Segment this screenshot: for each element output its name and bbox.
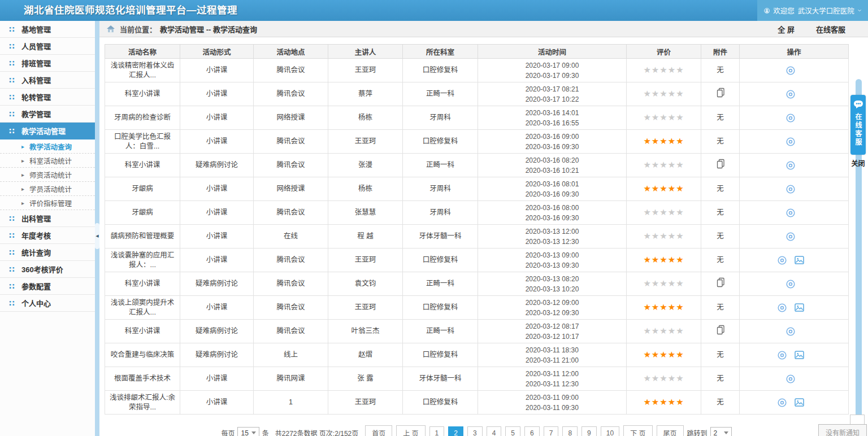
sidebar-item-statistics-query[interactable]: ∷统计查询	[0, 244, 95, 261]
speaker: 杨栋	[328, 177, 403, 201]
department: 牙体牙髓一科	[403, 367, 478, 391]
view-icon[interactable]	[785, 89, 796, 99]
view-icon[interactable]	[785, 184, 796, 194]
department: 正畸一科	[403, 272, 478, 296]
page-button-7[interactable]: 7	[544, 426, 559, 436]
next-page-button[interactable]: 下 页	[623, 425, 652, 436]
prev-page-button[interactable]: 上 页	[396, 425, 425, 436]
speaker: 蔡萍	[328, 82, 403, 106]
triangle-right-icon: ▸	[21, 143, 29, 150]
department: 牙周科	[403, 106, 478, 130]
col-operations: 操作	[740, 45, 849, 59]
image-icon[interactable]	[795, 351, 804, 359]
col-activity-time: 活动时间	[478, 45, 627, 59]
activity-time: 2020-03-16 08:002020-03-16 09:30	[478, 201, 627, 225]
rating-stars: ★★★★★	[643, 255, 684, 264]
image-icon[interactable]	[795, 256, 804, 264]
page-button-3[interactable]: 3	[467, 426, 483, 436]
speaker: 程 越	[328, 225, 403, 248]
sidebar-item-personnel-mgmt[interactable]: ∷人员管理	[0, 38, 95, 55]
rating-stars: ★★★★★	[643, 278, 684, 288]
col-activity-form: 活动形式	[180, 45, 254, 59]
page-button-10[interactable]: 10	[601, 426, 619, 436]
view-icon[interactable]	[777, 398, 787, 408]
submenu-item-activity-query[interactable]: ▸教学活动查询	[0, 139, 95, 154]
pagination-summary: 共2272条数据 页次:2/152页	[275, 428, 358, 436]
sidebar-item-personal-center[interactable]: ∷个人中心	[0, 295, 95, 312]
view-icon[interactable]	[785, 208, 796, 218]
online-service-tab[interactable]: 在线客服	[850, 95, 866, 155]
attachment-file-icon[interactable]	[716, 88, 725, 98]
submenu-item-dept-activity-stats[interactable]: ▸科室活动统计	[0, 154, 95, 168]
attachment-none-label: 无	[717, 66, 724, 74]
close-service-button[interactable]: 关闭	[850, 158, 866, 168]
table-row: 浅谈精密附着体义齿汇报人... 小讲课 腾讯会议 王亚珂 口腔修复科 2020-…	[105, 59, 849, 82]
department: 正畸一科	[403, 82, 478, 106]
attachment-file-icon[interactable]	[716, 159, 725, 169]
sidebar-item-360-assessment[interactable]: ∷360考核评价	[0, 261, 95, 278]
sidebar-item-teaching-activity-mgmt[interactable]: ∷教学活动管理	[0, 123, 95, 139]
page-button-8[interactable]: 8	[562, 426, 578, 436]
activity-name: 浅谈排龈术汇报人:余荣指导...	[105, 391, 180, 415]
first-page-button[interactable]: 首页	[365, 425, 392, 436]
table-row: 牙龈病 小讲课 腾讯会议 张慧慧 牙周科 2020-03-16 08:00202…	[105, 201, 849, 225]
online-service-link[interactable]: 在线客服	[816, 24, 845, 34]
rating-stars: ★★★★★	[643, 112, 684, 122]
sidebar-item-rotation-mgmt[interactable]: ∷轮转管理	[0, 89, 95, 106]
activity-place: 在线	[254, 225, 328, 248]
page-button-9[interactable]: 9	[581, 426, 597, 436]
attachment-file-icon[interactable]	[716, 325, 725, 335]
menu-dots-icon: ∷	[9, 265, 21, 274]
rating-stars: ★★★★★	[643, 184, 684, 193]
table-row: 浅谈排龈术汇报人:余荣指导... 小讲课 1 王亚珂 口腔修复科 2020-03…	[105, 391, 849, 415]
page-button-6[interactable]: 6	[524, 426, 540, 436]
submenu-item-evaluation-index-mgmt[interactable]: ▸评价指标管理	[0, 196, 95, 210]
fullscreen-button[interactable]: 全 屏	[778, 24, 795, 34]
view-icon[interactable]	[785, 160, 796, 171]
page-button-5[interactable]: 5	[505, 426, 520, 436]
sidebar-collapse-handle[interactable]: ◀	[95, 223, 99, 249]
last-page-button[interactable]: 尾页	[657, 425, 684, 436]
rating-stars: ★★★★★	[643, 160, 684, 169]
view-icon[interactable]	[777, 350, 787, 360]
submenu-item-faculty-activity-stats[interactable]: ▸师资活动统计	[0, 168, 95, 182]
sidebar-item-scheduling-mgmt[interactable]: ∷排班管理	[0, 55, 95, 72]
sidebar-item-parameter-config[interactable]: ∷参数配置	[0, 278, 95, 295]
view-icon[interactable]	[785, 374, 796, 384]
view-icon[interactable]	[785, 66, 796, 76]
view-icon[interactable]	[785, 326, 796, 337]
triangle-right-icon: ▸	[21, 172, 29, 178]
view-icon[interactable]	[785, 137, 796, 147]
page-button-4[interactable]: 4	[487, 426, 502, 436]
sidebar-item-teaching-mgmt[interactable]: ∷教学管理	[0, 106, 95, 123]
sidebar-item-graduation-mgmt[interactable]: ∷出科管理	[0, 210, 95, 227]
page-button-1[interactable]: 1	[429, 426, 445, 436]
activity-form: 小讲课	[180, 59, 254, 82]
breadcrumb: 教学活动管理 -- 教学活动查询	[160, 24, 257, 34]
view-icon[interactable]	[785, 113, 796, 123]
sidebar-item-enrollment-mgmt[interactable]: ∷入科管理	[0, 72, 95, 89]
jump-page-select[interactable]: 2	[710, 427, 732, 436]
attachment-file-icon[interactable]	[716, 277, 725, 287]
view-icon[interactable]	[785, 279, 796, 289]
col-department: 所在科室	[403, 45, 478, 59]
view-icon[interactable]	[777, 303, 787, 313]
page-size-select[interactable]: 15	[237, 427, 259, 436]
user-menu[interactable]: 欢迎您 武汉大学口腔医院	[757, 0, 868, 21]
activity-name: 科室小讲课	[105, 272, 180, 296]
activity-form: 小讲课	[180, 391, 254, 415]
image-icon[interactable]	[795, 303, 804, 312]
page-button-2-current[interactable]: 2	[448, 426, 463, 436]
sidebar-item-base-mgmt[interactable]: ∷基地管理	[0, 21, 95, 38]
menu-dots-icon: ∷	[9, 110, 21, 119]
speaker: 袁文钧	[328, 272, 403, 296]
activity-time: 2020-03-13 08:202020-03-13 10:20	[478, 272, 627, 296]
no-notification-toast: 没有新通知	[818, 424, 867, 436]
sidebar-item-annual-assessment[interactable]: ∷年度考核	[0, 227, 95, 244]
attachment-none-label: 无	[717, 303, 724, 311]
view-icon[interactable]	[777, 255, 787, 265]
image-icon[interactable]	[795, 398, 804, 407]
view-icon[interactable]	[785, 232, 796, 242]
jump-to-label: 跳转到	[687, 428, 708, 436]
submenu-item-trainee-activity-stats[interactable]: ▸学员活动统计	[0, 182, 95, 196]
